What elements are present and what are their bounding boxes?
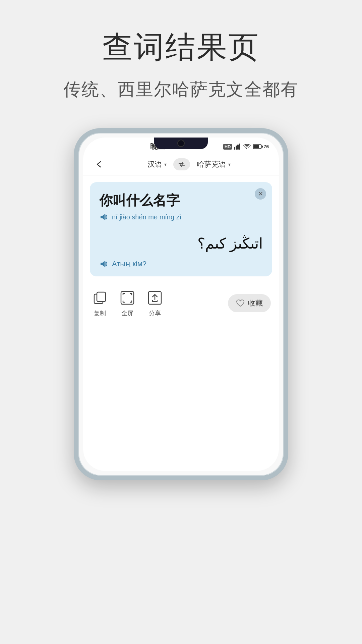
hd-badge-1: HD bbox=[223, 144, 232, 150]
phone-screen: 晚上9:43 HD bbox=[83, 138, 279, 471]
svg-rect-5 bbox=[253, 145, 259, 148]
phone-frame: 晚上9:43 HD bbox=[74, 128, 288, 480]
svg-marker-8 bbox=[101, 261, 105, 267]
action-buttons-left: 复制 全屏 bbox=[91, 289, 164, 317]
favorite-button[interactable]: 收藏 bbox=[228, 294, 271, 312]
fullscreen-icon bbox=[119, 289, 136, 307]
wifi-icon bbox=[243, 144, 251, 149]
source-lang-label: 汉语 bbox=[147, 159, 162, 169]
svg-marker-7 bbox=[101, 214, 105, 220]
svg-rect-10 bbox=[97, 292, 106, 302]
battery-level: 76 bbox=[263, 144, 269, 149]
status-bar: 晚上9:43 HD bbox=[83, 138, 279, 154]
top-nav: 汉语 ▾ 哈萨克语 ▾ bbox=[83, 154, 279, 175]
svg-rect-6 bbox=[262, 146, 263, 148]
source-phonetic: nǐ jiào shén me míng zì bbox=[99, 213, 263, 221]
camera-notch bbox=[154, 138, 208, 149]
fullscreen-label: 全屏 bbox=[121, 309, 133, 317]
target-speaker-icon[interactable] bbox=[99, 260, 109, 268]
target-lang-button[interactable]: 哈萨克语 ▾ bbox=[197, 159, 231, 169]
page-title-section: 查词结果页 传统、西里尔哈萨克文全都有 bbox=[0, 0, 362, 101]
source-lang-button[interactable]: 汉语 ▾ bbox=[147, 159, 167, 169]
action-bar: 复制 全屏 bbox=[83, 283, 279, 323]
divider bbox=[99, 228, 263, 228]
share-button[interactable]: 分享 bbox=[146, 289, 164, 317]
target-lang-chevron: ▾ bbox=[228, 162, 231, 167]
favorite-label: 收藏 bbox=[248, 298, 263, 308]
camera-dot bbox=[177, 140, 185, 147]
signal-icon bbox=[234, 144, 241, 150]
fullscreen-button[interactable]: 全屏 bbox=[119, 289, 136, 317]
lang-selector: 汉语 ▾ 哈萨克语 ▾ bbox=[107, 158, 271, 170]
svg-rect-3 bbox=[239, 144, 240, 150]
share-icon bbox=[146, 289, 164, 307]
battery-icon: 76 bbox=[253, 144, 269, 149]
page-title: 查词结果页 bbox=[0, 27, 362, 68]
phonetic-text: nǐ jiào shén me míng zì bbox=[112, 213, 181, 221]
svg-rect-2 bbox=[237, 145, 239, 150]
latin-phonetic: Атың кім? bbox=[99, 260, 263, 268]
back-button[interactable] bbox=[91, 159, 107, 170]
copy-icon bbox=[91, 289, 109, 307]
phone-mockup: 晚上9:43 HD bbox=[74, 128, 288, 497]
arabic-translation: اتىڭىز كىم؟ bbox=[99, 233, 263, 254]
swap-lang-button[interactable] bbox=[173, 158, 190, 170]
svg-rect-1 bbox=[236, 146, 237, 150]
latin-text: Атың кім? bbox=[112, 260, 146, 268]
page-subtitle: 传统、西里尔哈萨克文全都有 bbox=[0, 78, 362, 101]
source-speaker-icon[interactable] bbox=[99, 213, 109, 221]
share-label: 分享 bbox=[149, 309, 161, 317]
source-lang-chevron: ▾ bbox=[164, 162, 167, 167]
source-text: 你叫什么名字 bbox=[99, 192, 263, 209]
status-icons: HD bbox=[223, 144, 269, 150]
translation-card: ✕ 你叫什么名字 nǐ jiào shén me míng zì اتىڭىز … bbox=[90, 182, 272, 276]
target-lang-label: 哈萨克语 bbox=[197, 159, 226, 169]
close-button[interactable]: ✕ bbox=[255, 188, 266, 200]
copy-button[interactable]: 复制 bbox=[91, 289, 109, 317]
copy-label: 复制 bbox=[94, 309, 106, 317]
svg-rect-0 bbox=[234, 147, 235, 150]
